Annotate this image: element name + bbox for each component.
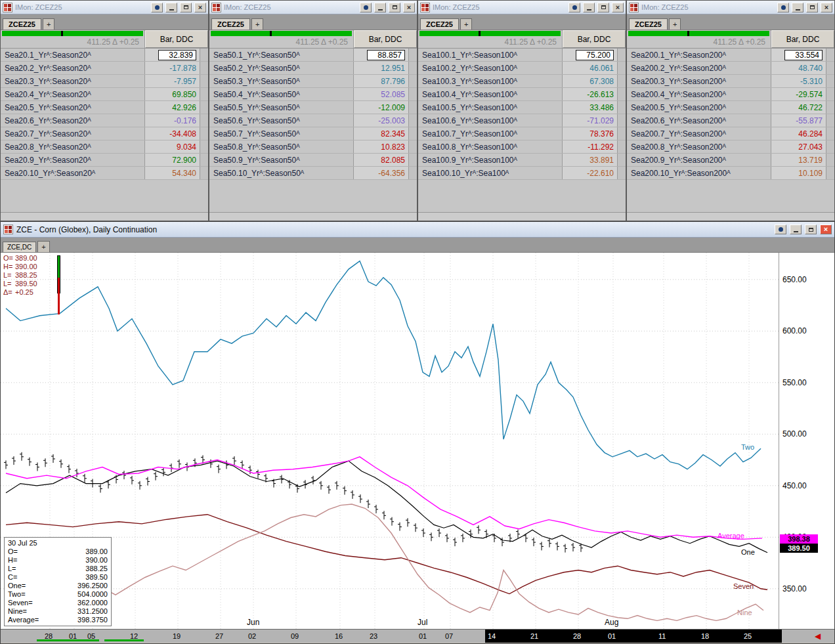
timeline-date[interactable]: 28 xyxy=(573,632,581,640)
table-row[interactable]: Sea20.5_Yrᴬ:Season20ᴬ42.926 xyxy=(1,101,208,114)
minimize-button[interactable] xyxy=(792,3,803,12)
table-row[interactable]: Sea50.7_Yrᴬ:Season50ᴬ82.345 xyxy=(209,127,417,140)
add-tab-button[interactable]: + xyxy=(43,18,54,30)
table-row[interactable]: Sea200.6_Yrᴬ:Season200ᴬ-55.877 xyxy=(627,114,834,127)
maximize-button[interactable] xyxy=(389,3,400,12)
maximize-button[interactable] xyxy=(180,3,192,12)
table-row[interactable]: Sea100.4_Yrᴬ:Season100ᴬ-26.613 xyxy=(418,88,626,101)
timeline-selection[interactable] xyxy=(485,630,782,643)
minimize-button[interactable] xyxy=(790,225,802,234)
table-row[interactable]: Sea100.5_Yrᴬ:Season100ᴬ33.486 xyxy=(418,101,626,114)
timeline-date[interactable]: 07 xyxy=(445,632,453,640)
window-titlebar[interactable]: IMon: ZCEZ25 × xyxy=(627,1,834,14)
timeline-date[interactable]: 14 xyxy=(488,632,496,640)
add-tab-button[interactable]: + xyxy=(669,18,681,30)
minimize-button[interactable] xyxy=(374,3,386,12)
table-row[interactable]: Sea200.5_Yrᴬ:Season200ᴬ46.722 xyxy=(627,101,834,114)
timeline-date[interactable]: 11 xyxy=(658,632,666,640)
table-row[interactable]: Sea50.3_Yrᴬ:Season50ᴬ87.796 xyxy=(209,75,417,88)
minimize-button[interactable] xyxy=(165,3,177,12)
table-row[interactable]: Sea50.1_Yrᴬ:Season50ᴬ88.857 xyxy=(209,49,417,62)
minimize-button[interactable] xyxy=(583,3,595,12)
window-titlebar[interactable]: IMon: ZCEZ25 × xyxy=(209,1,417,14)
timeline-date[interactable]: 21 xyxy=(530,632,538,640)
table-row[interactable]: Sea100.3_Yrᴬ:Season100ᴬ67.308 xyxy=(418,75,626,88)
scroll-to-end-arrow[interactable]: ◀ xyxy=(815,632,821,641)
time-axis[interactable]: 28010512192702091623010714212801111825◀ xyxy=(1,629,834,643)
table-row[interactable]: Sea100.2_Yrᴬ:Season100ᴬ46.061 xyxy=(418,62,626,75)
close-button[interactable]: × xyxy=(821,3,832,12)
column-header[interactable]: Bar, DDC xyxy=(563,30,626,48)
timeline-date[interactable]: 02 xyxy=(248,632,256,640)
close-button[interactable]: × xyxy=(194,3,206,12)
column-header[interactable]: Bar, DDC xyxy=(145,30,208,48)
table-row[interactable]: Sea20.10_Yrᴬ:Season20ᴬ54.340 xyxy=(1,167,208,180)
close-button[interactable]: × xyxy=(403,3,415,12)
table-row[interactable]: Sea20.9_Yrᴬ:Season20ᴬ72.900 xyxy=(1,154,208,167)
table-row[interactable]: Sea200.3_Yrᴬ:Season200ᴬ-5.310 xyxy=(627,75,834,88)
table-row[interactable]: Sea20.6_Yrᴬ:Season20ᴬ-0.176 xyxy=(1,114,208,127)
table-row[interactable]: Sea50.2_Yrᴬ:Season50ᴬ12.951 xyxy=(209,62,417,75)
add-tab-button[interactable]: + xyxy=(37,241,49,252)
chart-body[interactable]: O=389.00H=390.00L=388.25L=389.50Δ=+0.25 … xyxy=(1,253,834,640)
table-row[interactable]: Sea50.6_Yrᴬ:Season50ᴬ-25.003 xyxy=(209,114,417,127)
table-row[interactable]: Sea100.10_Yrᴬ:Sea100ᴬ-22.610 xyxy=(418,167,626,180)
timeline-date[interactable]: 25 xyxy=(744,632,752,640)
table-row[interactable]: Sea100.1_Yrᴬ:Season100ᴬ75.200 xyxy=(418,49,626,62)
add-tab-button[interactable]: + xyxy=(460,18,472,30)
maximize-button[interactable] xyxy=(806,3,818,12)
close-button[interactable]: × xyxy=(820,225,832,234)
tab-zcez25[interactable]: ZCEZ25 xyxy=(629,18,668,30)
horizontal-scrollbar[interactable] xyxy=(418,212,626,221)
table-row[interactable]: Sea100.8_Yrᴬ:Season100ᴬ-11.292 xyxy=(418,140,626,154)
table-row[interactable]: Sea20.2_Yrᴬ:Season20ᴬ-17.878 xyxy=(1,62,208,75)
table-row[interactable]: Sea200.7_Yrᴬ:Season200ᴬ46.284 xyxy=(627,127,834,140)
table-row[interactable]: Sea200.2_Yrᴬ:Season200ᴬ48.740 xyxy=(627,62,834,75)
table-row[interactable]: Sea200.1_Yrᴬ:Season200ᴬ33.554 xyxy=(627,49,834,62)
table-row[interactable]: Sea50.8_Yrᴬ:Season50ᴬ10.823 xyxy=(209,140,417,154)
table-row[interactable]: Sea50.10_Yrᴬ:Season50ᴬ-64.356 xyxy=(209,167,417,180)
table-row[interactable]: Sea20.7_Yrᴬ:Season20ᴬ-34.408 xyxy=(1,127,208,140)
tab-zce-dc[interactable]: ZCE,DC xyxy=(3,242,36,252)
maximize-button[interactable] xyxy=(805,225,817,234)
timeline-date[interactable]: 05 xyxy=(87,632,95,640)
window-menu-button[interactable] xyxy=(360,3,372,12)
timeline-date[interactable]: 18 xyxy=(701,632,709,640)
table-row[interactable]: Sea50.4_Yrᴬ:Season50ᴬ52.085 xyxy=(209,88,417,101)
table-row[interactable]: Sea20.4_Yrᴬ:Season20ᴬ69.850 xyxy=(1,88,208,101)
table-row[interactable]: Sea20.3_Yrᴬ:Season20ᴬ-7.957 xyxy=(1,75,208,88)
table-row[interactable]: Sea200.9_Yrᴬ:Season200ᴬ13.719 xyxy=(627,154,834,167)
timeline-date[interactable]: 16 xyxy=(335,632,343,640)
window-titlebar[interactable]: IMon: ZCEZ25 × xyxy=(418,1,626,14)
table-row[interactable]: Sea20.1_Yrᴬ:Season20ᴬ32.839 xyxy=(1,49,208,62)
timeline-date[interactable]: 01 xyxy=(69,632,77,640)
price-plot[interactable] xyxy=(1,253,779,629)
timeline-date[interactable]: 27 xyxy=(215,632,223,640)
window-menu-button[interactable] xyxy=(568,3,580,12)
maximize-button[interactable] xyxy=(597,3,609,12)
timeline-date[interactable]: 01 xyxy=(608,632,616,640)
table-row[interactable]: Sea50.9_Yrᴬ:Season50ᴬ82.085 xyxy=(209,154,417,167)
tab-zcez25[interactable]: ZCEZ25 xyxy=(420,18,459,30)
window-titlebar[interactable]: IMon: ZCEZ25 × xyxy=(1,1,208,14)
table-row[interactable]: Sea200.4_Yrᴬ:Season200ᴬ-29.574 xyxy=(627,88,834,101)
table-row[interactable]: Sea20.8_Yrᴬ:Season20ᴬ9.034 xyxy=(1,140,208,154)
column-header[interactable]: Bar, DDC xyxy=(354,30,417,48)
horizontal-scrollbar[interactable] xyxy=(1,212,208,221)
horizontal-scrollbar[interactable] xyxy=(627,212,834,221)
window-menu-button[interactable] xyxy=(775,225,786,234)
tab-zcez25[interactable]: ZCEZ25 xyxy=(211,18,250,30)
window-menu-button[interactable] xyxy=(777,3,789,12)
table-row[interactable]: Sea200.10_Yrᴬ:Season200ᴬ10.109 xyxy=(627,167,834,180)
column-header[interactable]: Bar, DDC xyxy=(771,30,834,48)
window-menu-button[interactable] xyxy=(151,3,163,12)
table-row[interactable]: Sea200.8_Yrᴬ:Season200ᴬ27.043 xyxy=(627,140,834,154)
close-button[interactable]: × xyxy=(612,3,624,12)
chart-titlebar[interactable]: ZCE - Corn (Globex), Daily Continuation … xyxy=(1,222,834,238)
table-row[interactable]: Sea100.6_Yrᴬ:Season100ᴬ-71.029 xyxy=(418,114,626,127)
horizontal-scrollbar[interactable] xyxy=(209,212,417,221)
table-row[interactable]: Sea50.5_Yrᴬ:Season50ᴬ-12.009 xyxy=(209,101,417,114)
timeline-date[interactable]: 01 xyxy=(419,632,427,640)
timeline-date[interactable]: 12 xyxy=(130,632,138,640)
table-row[interactable]: Sea100.9_Yrᴬ:Season100ᴬ33.891 xyxy=(418,154,626,167)
